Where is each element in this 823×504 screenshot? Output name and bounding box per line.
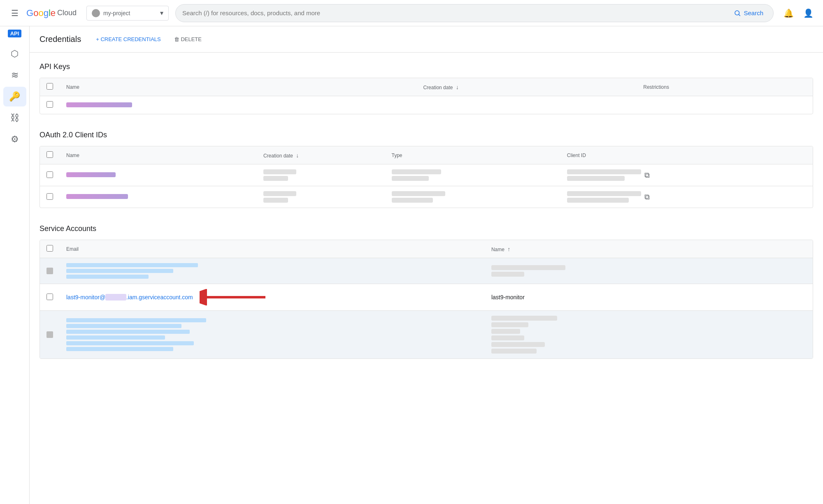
- oauth-type-col: Type: [385, 146, 560, 164]
- oauth-row1-date-redacted-stack: [263, 169, 379, 181]
- oauth-clients-table: Name Creation date ↓ Type Client ID: [40, 146, 813, 208]
- google-wordmark: Google: [26, 8, 56, 18]
- api-key-date-cell: [416, 96, 637, 114]
- oauth-creation-date-col[interactable]: Creation date ↓: [257, 146, 385, 164]
- sa-row1-name-r1: [491, 265, 565, 270]
- sa-row2-name-cell: last9-monitor: [485, 284, 813, 311]
- sidebar-item-metrics[interactable]: ≋: [3, 65, 26, 85]
- oauth-row2-date-cell: [257, 186, 385, 208]
- oauth-row1-date-cell: [257, 164, 385, 186]
- delete-button[interactable]: 🗑 DELETE: [169, 33, 207, 46]
- service-accounts-section: Service Accounts Email Name: [40, 224, 813, 359]
- service-accounts-table-container: Email Name ↑: [40, 240, 813, 359]
- api-keys-restrictions-col: Restrictions: [637, 78, 813, 96]
- hamburger-icon: ☰: [11, 8, 19, 18]
- search-bar[interactable]: Search: [175, 4, 774, 22]
- api-keys-header-row: Name Creation date ↓ Restrictions: [40, 78, 813, 96]
- sa-row1-email-stack: [66, 263, 478, 279]
- sidebar: API ⬡ ≋ 🔑 ⛓ ⚙: [0, 26, 30, 385]
- oauth-header-row: Name Creation date ↓ Type Client ID: [40, 146, 813, 164]
- copy-icon-row1[interactable]: ⧉: [644, 171, 650, 180]
- service-account-row-last9[interactable]: last9-monitor@ .iam.gserviceaccount.com: [40, 284, 813, 311]
- search-button-label: Search: [744, 9, 763, 16]
- sa-row3-name-r1: [491, 316, 557, 321]
- oauth-row1-clientid-redacted-2: [567, 176, 625, 181]
- sa-select-all-checkbox[interactable]: [46, 245, 53, 252]
- search-input[interactable]: [182, 9, 730, 16]
- oauth-row2-clientid-redacted-stack: [567, 191, 641, 203]
- search-button[interactable]: Search: [730, 9, 767, 17]
- api-keys-title: API Keys: [40, 62, 813, 71]
- sidebar-item-linked[interactable]: ⛓: [3, 108, 26, 128]
- sa-email-link-last9[interactable]: last9-monitor@ .iam.gserviceaccount.com: [66, 294, 193, 301]
- sa-row3-email-r6: [66, 347, 173, 351]
- sidebar-item-settings[interactable]: ⚙: [3, 129, 26, 149]
- sa-name-label: Name: [491, 247, 504, 252]
- api-keys-table: Name Creation date ↓ Restrictions: [40, 78, 813, 114]
- sa-last9-name: last9-monitor: [491, 294, 525, 301]
- project-name: my-project: [103, 10, 160, 16]
- oauth-type-label: Type: [392, 153, 402, 158]
- notifications-button[interactable]: 🔔: [780, 5, 797, 21]
- delete-label: 🗑 DELETE: [174, 36, 202, 42]
- copy-icon-row2[interactable]: ⧉: [644, 193, 650, 201]
- oauth-row2-date-redacted-stack: [263, 191, 379, 203]
- api-keys-table-container: Name Creation date ↓ Restrictions: [40, 78, 813, 114]
- oauth-row1-clientid-cell: ⧉: [560, 164, 813, 186]
- sa-row3-name-stack: [491, 316, 806, 354]
- api-key-name-cell: [60, 96, 416, 114]
- sa-row1-email-r3: [66, 275, 149, 279]
- table-row: ⧉: [40, 164, 813, 186]
- key-icon: 🔑: [9, 91, 20, 102]
- oauth-row1-clientid-redacted-1: [567, 169, 641, 174]
- hamburger-menu-button[interactable]: ☰: [7, 5, 23, 21]
- chevron-down-icon: ▾: [160, 9, 163, 17]
- api-key-checkbox-cell: [40, 96, 60, 114]
- main-content: Credentials + CREATE CREDENTIALS 🗑 DELET…: [30, 26, 823, 385]
- oauth-sort-desc-icon: ↓: [296, 152, 299, 159]
- sidebar-item-dashboard[interactable]: ⬡: [3, 44, 26, 64]
- api-keys-select-all-checkbox[interactable]: [46, 83, 53, 90]
- api-keys-name-col[interactable]: Name: [60, 78, 416, 96]
- oauth-row2-name-cell: [60, 186, 257, 208]
- sa-row3-checkbox-cell: [40, 311, 60, 359]
- sa-row3-email-stack: [66, 318, 478, 351]
- project-selector[interactable]: my-project ▾: [86, 6, 169, 21]
- oauth-select-all-checkbox[interactable]: [46, 151, 53, 158]
- oauth-row1-type-redacted-2: [392, 176, 429, 181]
- create-credentials-label: + CREATE CREDENTIALS: [96, 36, 161, 42]
- sa-name-col[interactable]: Name ↑: [485, 240, 813, 258]
- sa-row3-name-r6: [491, 349, 537, 354]
- oauth-row2-clientid-redacted-2: [567, 198, 629, 203]
- oauth-row1-date-redacted-1: [263, 169, 296, 174]
- oauth-row2-checkbox[interactable]: [46, 193, 53, 200]
- oauth-row1-checkbox[interactable]: [46, 171, 53, 178]
- sa-email-label: Email: [66, 246, 79, 252]
- oauth-row1-clientid-redacted-stack: [567, 169, 641, 181]
- table-row: [40, 258, 813, 284]
- svg-line-1: [739, 14, 740, 16]
- top-navigation: ☰ Google Cloud my-project ▾ Search 🔔 👤: [0, 0, 823, 26]
- sa-row2-checkbox[interactable]: [46, 294, 53, 300]
- create-credentials-button[interactable]: + CREATE CREDENTIALS: [91, 33, 166, 46]
- sa-row3-name-r2: [491, 322, 528, 327]
- settings-icon: ⚙: [11, 134, 19, 145]
- api-key-checkbox[interactable]: [46, 101, 53, 108]
- sa-row3-name-r4: [491, 335, 524, 340]
- oauth-clients-table-container: Name Creation date ↓ Type Client ID: [40, 146, 813, 208]
- sa-email-domain-redacted: [105, 294, 126, 301]
- content-area: API Keys Name Creation date: [30, 53, 823, 385]
- chart-icon: ≋: [11, 70, 19, 81]
- api-keys-creation-date-col[interactable]: Creation date ↓: [416, 78, 637, 96]
- oauth-row1-type-redacted-stack: [392, 169, 554, 181]
- sa-row3-email-r3: [66, 330, 190, 334]
- sa-row1-email-r1: [66, 263, 198, 267]
- api-keys-restrictions-label: Restrictions: [643, 84, 669, 90]
- account-button[interactable]: 👤: [800, 5, 816, 21]
- oauth-row2-clientid-cell: ⧉: [560, 186, 813, 208]
- sidebar-item-credentials[interactable]: 🔑: [3, 87, 26, 106]
- sa-row1-checkbox-cell: [40, 258, 60, 284]
- chain-icon: ⛓: [10, 113, 19, 123]
- oauth-name-col[interactable]: Name: [60, 146, 257, 164]
- sa-row2-email-cell: last9-monitor@ .iam.gserviceaccount.com: [60, 284, 485, 311]
